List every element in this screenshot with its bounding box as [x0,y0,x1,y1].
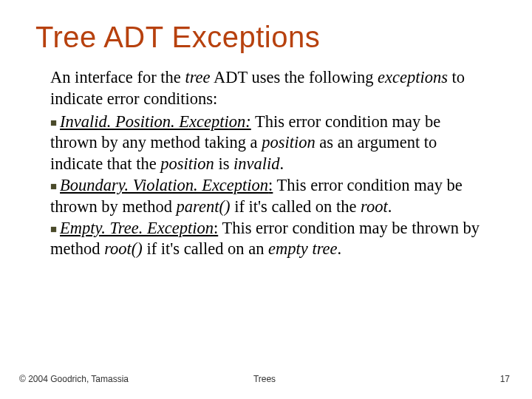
bullet-icon: ■ [50,116,57,129]
copyright-text: © 2004 Goodrich, Tamassia [19,374,129,384]
bullet-icon: ■ [50,222,57,235]
bullet-1-i1: position [262,133,316,151]
bullet-2: ■Boundary. Violation. Exception: This er… [50,176,463,216]
bullet-1-name: Invalid. Position. Exception: [60,112,251,131]
bullet-icon: ■ [50,180,57,192]
bullet-2-i1: parent() [177,197,231,216]
slide-title: Tree ADT Exceptions [35,21,497,54]
intro-part2: ADT uses the following [211,68,378,86]
footer-topic: Trees [253,374,276,384]
bullet-3-t3: . [338,239,342,258]
page-number: 17 [500,374,510,384]
bullet-1: ■Invalid. Position. Exception: This erro… [50,112,440,174]
bullet-3-t2: if it's called on an [143,239,268,258]
intro-text: An interface for the tree ADT uses the f… [50,67,491,110]
slide: Tree ADT Exceptions An interface for the… [0,0,532,399]
bullet-2-t3: . [388,197,392,216]
intro-exceptions: exceptions [378,68,448,86]
bullet-3-name: Empty. Tree. Exception [60,219,214,237]
bullet-1-t3: is [214,154,233,173]
bullet-1-i3: invalid [233,154,280,173]
intro-tree: tree [185,68,210,86]
bullet-3: ■Empty. Tree. Exception: This error cond… [50,219,480,259]
bullet-1-i2: position [160,154,214,173]
bullet-1-t4: . [280,154,284,173]
bullet-3-i1: root() [104,239,143,258]
slide-body: An interface for the tree ADT uses the f… [35,67,497,260]
bullet-2-i2: root [361,197,388,216]
bullet-2-name: Boundary. Violation. Exception [60,176,268,194]
footer: © 2004 Goodrich, Tamassia Trees 17 [19,374,510,384]
intro-part1: An interface for the [50,68,185,86]
bullet-2-t2: if it's called on the [231,197,361,216]
bullet-3-i2: empty tree [268,239,338,258]
